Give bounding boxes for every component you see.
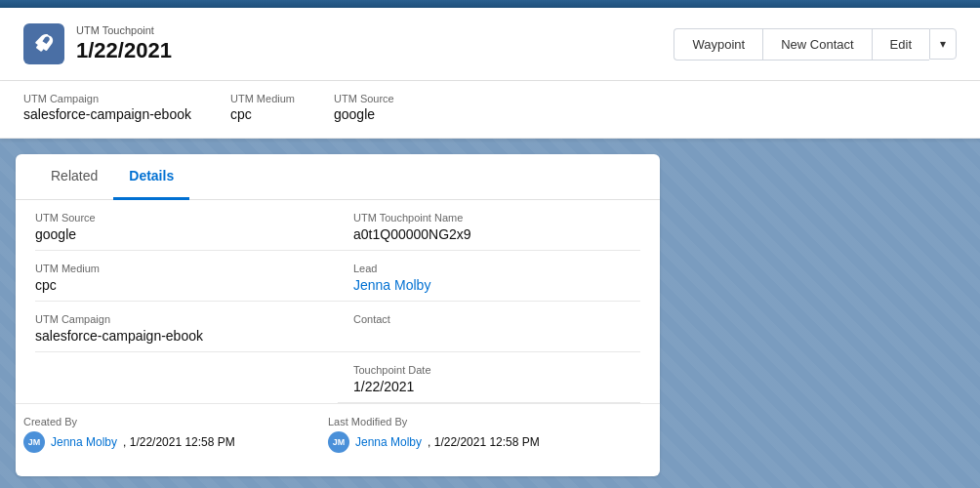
header-title-group: UTM Touchpoint 1/22/2021 <box>76 24 172 63</box>
utm-medium-detail-label: UTM Medium <box>35 263 314 274</box>
top-bar <box>0 0 980 8</box>
created-by-section: Created By JM Jenna Molby, 1/22/2021 12:… <box>23 416 328 453</box>
new-contact-button[interactable]: New Contact <box>762 28 871 61</box>
field-utm-medium: UTM Medium cpc ✎ <box>35 251 338 302</box>
header-left: UTM Touchpoint 1/22/2021 <box>23 23 172 64</box>
field-utm-source: UTM Source google ✎ <box>35 200 338 251</box>
touchpoint-date-value: 1/22/2021 <box>353 379 633 394</box>
meta-bar: UTM Campaign salesforce-campaign-ebook U… <box>0 81 980 139</box>
utm-source-label: UTM Source <box>334 93 394 104</box>
modified-by-content: JM Jenna Molby, 1/22/2021 12:58 PM <box>328 431 625 453</box>
field-contact: Contact ✎ <box>338 302 640 352</box>
page-title: 1/22/2021 <box>76 38 172 63</box>
field-touchpoint-date: Touchpoint Date 1/22/2021 ✎ <box>338 352 640 403</box>
utm-medium-detail-value: cpc <box>35 277 314 293</box>
field-touchpoint-name: UTM Touchpoint Name a0t1Q00000NG2x9 ✎ <box>338 200 640 251</box>
right-panel <box>675 154 964 476</box>
field-utm-campaign: UTM Campaign salesforce-campaign-ebook ✎ <box>35 302 338 352</box>
created-by-content: JM Jenna Molby, 1/22/2021 12:58 PM <box>23 431 320 453</box>
dropdown-button[interactable]: ▾ <box>929 28 957 60</box>
touchpoint-name-label: UTM Touchpoint Name <box>353 212 633 224</box>
utm-medium-value: cpc <box>230 106 295 122</box>
utm-campaign-detail-value: salesforce-campaign-ebook <box>35 328 314 344</box>
meta-utm-campaign: UTM Campaign salesforce-campaign-ebook <box>23 93 191 122</box>
touchpoint-name-value: a0t1Q00000NG2x9 <box>353 226 633 242</box>
footer-row: Created By JM Jenna Molby, 1/22/2021 12:… <box>16 403 660 465</box>
meta-utm-medium: UTM Medium cpc <box>230 93 295 122</box>
tab-details[interactable]: Details <box>113 154 189 200</box>
created-by-timestamp: , 1/22/2021 12:58 PM <box>123 435 235 449</box>
contact-label: Contact <box>353 313 633 325</box>
created-by-label: Created By <box>23 416 320 427</box>
utm-campaign-value: salesforce-campaign-ebook <box>23 106 191 122</box>
main-content: Related Details UTM Source google ✎ UTM … <box>0 139 980 488</box>
utm-source-value: google <box>334 106 394 122</box>
modified-by-timestamp: , 1/22/2021 12:58 PM <box>428 435 540 449</box>
waypoint-button[interactable]: Waypoint <box>674 28 762 61</box>
modified-by-section: Last Modified By JM Jenna Molby, 1/22/20… <box>328 416 633 453</box>
utm-campaign-detail-label: UTM Campaign <box>35 313 314 325</box>
utm-source-detail-value: google <box>35 226 314 242</box>
utm-source-detail-label: UTM Source <box>35 212 314 224</box>
tab-related[interactable]: Related <box>35 154 113 200</box>
lead-value[interactable]: Jenna Molby <box>353 277 633 293</box>
utm-touchpoint-icon-box <box>23 23 64 64</box>
touchpoint-date-label: Touchpoint Date <box>353 364 633 376</box>
tabs-row: Related Details <box>16 154 660 200</box>
header-subtitle: UTM Touchpoint <box>76 24 172 36</box>
created-by-avatar: JM <box>23 431 45 453</box>
field-lead: Lead Jenna Molby ✎ <box>338 251 640 302</box>
utm-campaign-label: UTM Campaign <box>23 93 191 104</box>
header-card: UTM Touchpoint 1/22/2021 Waypoint New Co… <box>0 8 980 81</box>
wrench-icon <box>32 32 56 56</box>
details-card: Related Details UTM Source google ✎ UTM … <box>16 154 660 476</box>
modified-by-label: Last Modified By <box>328 416 625 427</box>
header-actions: Waypoint New Contact Edit ▾ <box>674 28 957 61</box>
utm-medium-label: UTM Medium <box>230 93 295 104</box>
modified-by-avatar: JM <box>328 431 349 453</box>
fields-grid: UTM Source google ✎ UTM Touchpoint Name … <box>16 200 660 403</box>
meta-utm-source: UTM Source google <box>334 93 394 122</box>
modified-by-name[interactable]: Jenna Molby <box>355 435 422 449</box>
lead-label: Lead <box>353 263 633 274</box>
field-empty-left <box>35 352 338 403</box>
created-by-name[interactable]: Jenna Molby <box>51 435 117 449</box>
edit-button[interactable]: Edit <box>872 28 929 61</box>
